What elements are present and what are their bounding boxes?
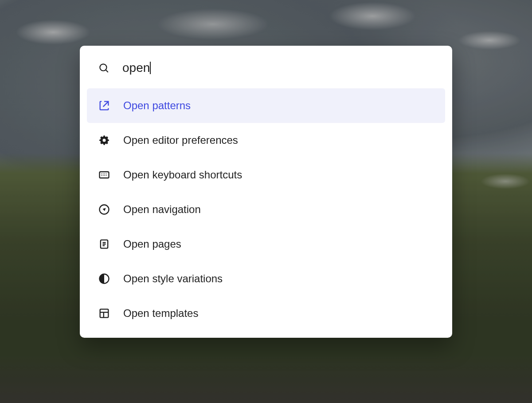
command-result[interactable]: Open pages (87, 227, 445, 261)
search-row (80, 46, 452, 88)
command-result[interactable]: Open patterns (87, 88, 445, 123)
text-caret (150, 62, 151, 74)
command-result-label: Open editor preferences (123, 134, 238, 146)
layout-icon (98, 307, 111, 320)
search-icon (98, 62, 110, 74)
command-result-label: Open keyboard shortcuts (123, 169, 242, 181)
svg-line-1 (106, 70, 108, 72)
svg-point-0 (100, 64, 106, 71)
command-result-label: Open pages (123, 238, 181, 250)
keyboard-icon (98, 168, 111, 182)
command-result[interactable]: Open style variations (87, 261, 445, 296)
page-icon (98, 237, 111, 251)
command-result-label: Open navigation (123, 203, 201, 216)
external-icon (98, 99, 111, 112)
search-input-wrap (122, 61, 434, 75)
command-results: Open patternsOpen editor preferencesOpen… (80, 88, 452, 331)
search-input[interactable] (122, 61, 434, 75)
command-result[interactable]: Open templates (87, 296, 445, 331)
compass-icon (98, 203, 111, 216)
command-result-label: Open patterns (123, 99, 191, 112)
contrast-icon (98, 272, 111, 285)
command-result-label: Open templates (123, 307, 198, 320)
command-result[interactable]: Open editor preferences (87, 123, 445, 158)
command-palette: Open patternsOpen editor preferencesOpen… (80, 46, 452, 338)
command-result[interactable]: Open navigation (87, 192, 445, 227)
command-result-label: Open style variations (123, 273, 223, 285)
gear-icon (98, 134, 111, 147)
command-result[interactable]: Open keyboard shortcuts (87, 158, 445, 192)
